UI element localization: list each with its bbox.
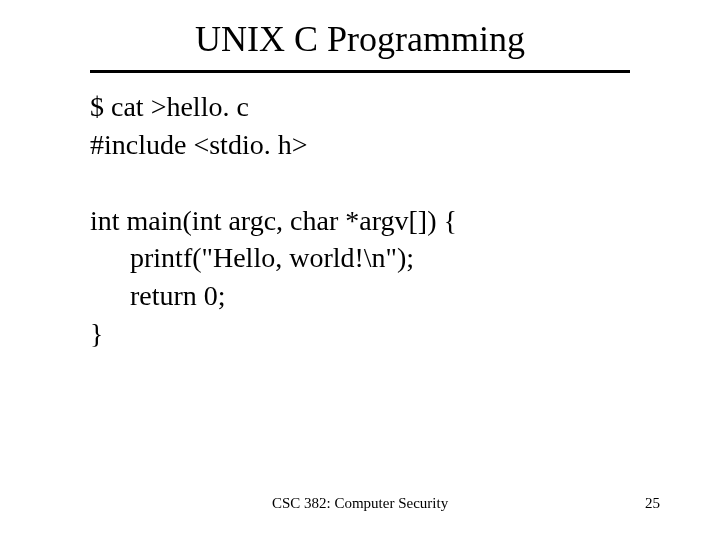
code-line: int main(int argc, char *argv[]) { — [90, 202, 630, 240]
slide: UNIX C Programming $ cat >hello. c #incl… — [0, 0, 720, 540]
code-line: } — [90, 315, 630, 353]
footer-course: CSC 382: Computer Security — [0, 495, 720, 512]
slide-title: UNIX C Programming — [0, 18, 720, 60]
code-line: $ cat >hello. c — [90, 88, 630, 126]
code-line: printf("Hello, world!\n"); — [90, 239, 630, 277]
code-block: $ cat >hello. c #include <stdio. h> int … — [90, 88, 630, 353]
title-underline — [90, 70, 630, 73]
blank-line — [90, 164, 630, 202]
footer-page-number: 25 — [645, 495, 660, 512]
code-line: #include <stdio. h> — [90, 126, 630, 164]
code-line: return 0; — [90, 277, 630, 315]
